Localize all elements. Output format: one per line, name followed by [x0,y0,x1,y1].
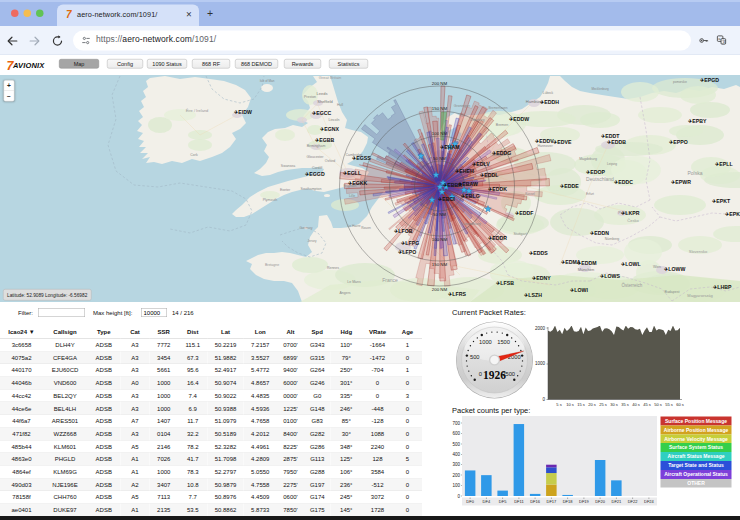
svg-text:100 NM: 100 NM [432,131,448,136]
svg-text:✈EGCC: ✈EGCC [312,110,332,116]
svg-text:Isle of Man: Isle of Man [260,79,275,83]
svg-text:Stuttgart: Stuttgart [513,232,526,236]
svg-text:1000: 1000 [535,361,546,366]
svg-text:300: 300 [452,462,460,467]
svg-text:Guernsey: Guernsey [299,226,313,230]
svg-text:0: 0 [542,397,545,402]
svg-text:200 NM: 200 NM [432,81,448,86]
svg-text:DF5: DF5 [499,499,507,504]
svg-text:Česko: Česko [627,218,639,223]
svg-text:✈EHEH: ✈EHEH [455,168,474,174]
svg-text:DF18: DF18 [563,499,574,504]
svg-text:✈LFOB: ✈LFOB [394,228,413,234]
svg-text:Jersey: Jersey [308,239,317,243]
svg-text:✈EHAM: ✈EHAM [440,144,460,150]
svg-text:Oxford: Oxford [325,159,336,163]
svg-text:100 NM: 100 NM [432,237,448,242]
svg-text:Le Havre: Le Havre [348,224,361,228]
svg-text:✈EDNY: ✈EDNY [532,275,551,281]
svg-text:700: 700 [452,421,460,426]
svg-text:Southampton: Southampton [301,187,322,191]
svg-text:50 NM: 50 NM [433,156,446,161]
svg-text:Groningen: Groningen [454,104,470,108]
svg-text:Deutschland: Deutschland [586,176,614,182]
svg-text:50 s: 50 s [654,402,662,407]
svg-text:200: 200 [452,473,460,478]
svg-text:Lincoln: Lincoln [328,118,339,122]
svg-text:15 s: 15 s [577,402,585,407]
svg-text:✈EDDV: ✈EDDV [535,138,554,144]
svg-text:✈EGLL: ✈EGLL [343,170,362,176]
svg-text:0: 0 [479,371,482,377]
svg-text:France: France [382,277,398,283]
svg-text:DF24: DF24 [644,499,655,504]
svg-text:1000: 1000 [479,339,492,345]
svg-text:DF20: DF20 [595,499,606,504]
svg-text:✈EPKK: ✈EPKK [725,211,740,217]
svg-text:DF19: DF19 [579,499,590,504]
svg-text:Hull: Hull [337,103,343,107]
svg-text:✈EDDK: ✈EDDK [488,186,507,192]
svg-text:✈EDDH: ✈EDDH [540,99,559,105]
svg-text:✈EBCI: ✈EBCI [438,196,455,202]
svg-text:✈EGNX: ✈EGNX [320,126,340,132]
svg-text:Luxembourg: Luxembourg [461,222,481,226]
svg-text:Le Mans: Le Mans [347,280,361,284]
svg-text:✈LKPR: ✈LKPR [621,210,640,216]
svg-text:150 NM: 150 NM [432,106,448,111]
svg-text:✈EDMA: ✈EDMA [561,259,581,265]
svg-text:Rouen: Rouen [361,226,371,230]
svg-text:500: 500 [470,354,480,360]
svg-text:Lübeck: Lübeck [543,91,554,95]
svg-text:✈EGKK: ✈EGKK [348,180,368,186]
svg-text:✈EPBY: ✈EPBY [688,118,707,124]
svg-text:Bremerhaven: Bremerhaven [488,106,507,110]
svg-text:✈EDDE: ✈EDDE [560,183,579,189]
svg-text:Plymouth: Plymouth [263,198,278,202]
svg-text:✈LOWL: ✈LOWL [621,261,641,267]
svg-text:40 s: 40 s [632,402,640,407]
svg-text:2000: 2000 [535,326,546,331]
svg-text:Angers: Angers [339,291,350,295]
svg-text:Birmingham: Birmingham [307,144,326,148]
svg-text:✈EPGD: ✈EPGD [700,77,719,83]
svg-text:Cork: Cork [190,153,198,157]
svg-text:Österreich: Österreich [622,282,643,288]
svg-text:45 s: 45 s [643,402,651,407]
svg-text:文: 文 [722,39,726,44]
svg-text:Preston: Preston [304,95,316,99]
svg-text:✈EDDF: ✈EDDF [515,210,533,216]
svg-text:✈EPLL: ✈EPLL [715,161,733,167]
svg-text:1500: 1500 [497,339,510,345]
svg-text:500: 500 [452,442,460,447]
svg-text:DF21: DF21 [612,499,623,504]
svg-text:Cardiff: Cardiff [312,166,322,170]
svg-text:400: 400 [452,452,460,457]
svg-text:5 s: 5 s [556,402,561,407]
svg-text:✈EDDN: ✈EDDN [590,230,609,236]
svg-text:DF22: DF22 [628,499,639,504]
svg-text:Mecklenburg: Mecklenburg [591,87,609,91]
svg-text:20 s: 20 s [588,402,596,407]
svg-text:Rennes: Rennes [327,266,339,270]
svg-text:✈LOWS: ✈LOWS [600,273,620,279]
svg-text:DF16: DF16 [530,499,541,504]
svg-text:München: München [578,267,594,272]
svg-text:Magdeburg: Magdeburg [579,157,597,161]
svg-text:DF4: DF4 [483,499,491,504]
svg-text:Exeter: Exeter [280,188,291,192]
svg-text:Oldenburg: Oldenburg [470,118,485,122]
svg-text:Hannover: Hannover [537,144,553,148]
svg-text:✈LOWW: ✈LOWW [664,266,685,272]
svg-text:✈EDOP: ✈EDOP [586,169,606,175]
svg-text:✈EPWR: ✈EPWR [671,179,691,185]
svg-text:✈LFRS: ✈LFRS [448,291,466,297]
svg-text:✈EDDB: ✈EDDB [607,139,626,145]
svg-text:Great Britain: Great Britain [319,75,341,80]
svg-text:55 s: 55 s [665,402,673,407]
svg-text:25 s: 25 s [599,402,607,407]
svg-text:✈EGGD: ✈EGGD [305,171,325,177]
svg-text:Budapest: Budapest [665,290,680,294]
svg-text:pomorskie: pomorskie [673,80,687,84]
svg-text:✈EDVE: ✈EDVE [553,139,572,145]
